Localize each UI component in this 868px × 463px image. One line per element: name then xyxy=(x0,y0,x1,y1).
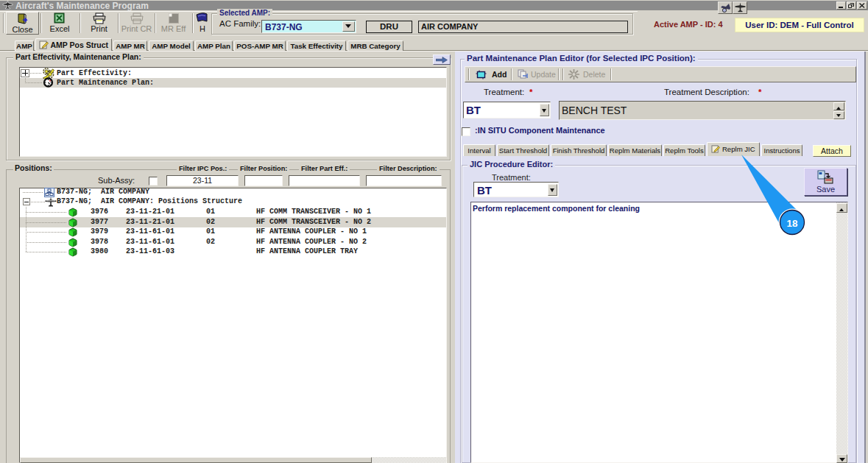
svg-text:18: 18 xyxy=(786,218,798,229)
